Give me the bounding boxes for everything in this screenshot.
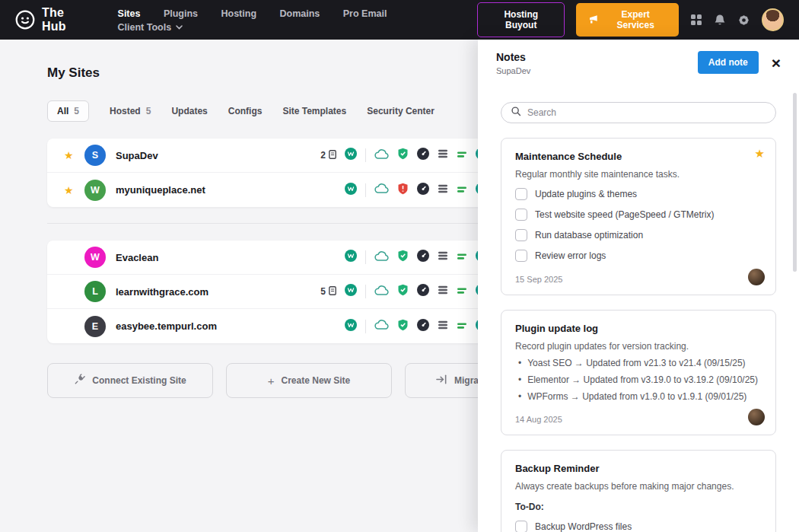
connect-existing-site-label: Connect Existing Site: [92, 375, 186, 386]
analytics-bars-icon[interactable]: [457, 250, 467, 264]
checkbox[interactable]: [515, 229, 527, 241]
hub-logo[interactable]: The Hub: [15, 6, 90, 33]
site-status-icons: [315, 183, 488, 198]
nav-item-client-tools[interactable]: Client Tools: [118, 22, 183, 33]
checklist-item: Backup WordPress files: [515, 521, 762, 532]
hosting-cloud-icon[interactable]: [374, 148, 389, 163]
note-card-backup-reminder[interactable]: Backup Reminder Always create backups be…: [501, 450, 776, 532]
expert-services-label: Expert Services: [603, 9, 667, 30]
tab-site-templates[interactable]: Site Templates: [282, 101, 346, 121]
megaphone-icon: [587, 14, 598, 25]
performance-icon[interactable]: [417, 319, 429, 334]
checklist-label: Backup WordPress files: [535, 521, 632, 532]
seo-stack-icon[interactable]: [438, 148, 448, 162]
note-author-avatar: [748, 269, 765, 285]
icon-divider: [365, 183, 366, 197]
favorite-star-icon[interactable]: ★: [64, 149, 84, 161]
nav-item-sites[interactable]: Sites: [118, 8, 141, 19]
updates-count: 5: [320, 286, 326, 297]
tab-hosted[interactable]: Hosted 5: [110, 101, 151, 121]
security-shield-icon[interactable]: [397, 319, 409, 334]
seo-stack-icon[interactable]: [438, 250, 448, 264]
hosting-cloud-icon[interactable]: [374, 319, 389, 333]
performance-icon[interactable]: [417, 148, 429, 163]
checkbox[interactable]: [515, 188, 527, 200]
checkbox[interactable]: [515, 521, 527, 532]
performance-icon[interactable]: [417, 250, 429, 265]
plug-icon: [74, 374, 85, 387]
checklist-item: Run database optimization: [515, 229, 762, 241]
note-card-maintenance-schedule[interactable]: Maintenance Schedule ★ Regular monthly s…: [501, 138, 776, 295]
nav-item-plugins[interactable]: Plugins: [164, 8, 198, 19]
seo-stack-icon[interactable]: [438, 183, 448, 197]
bullet-dot: •: [518, 374, 521, 385]
tab-all-count: 5: [74, 106, 79, 116]
nav-item-domains[interactable]: Domains: [279, 8, 320, 19]
hosting-cloud-icon[interactable]: [374, 183, 389, 197]
create-new-site-button[interactable]: + Create New Site: [226, 363, 392, 398]
hosting-cloud-icon[interactable]: [374, 250, 389, 265]
analytics-bars-icon[interactable]: [457, 320, 467, 333]
site-avatar: W: [84, 247, 106, 268]
site-status-icons: 2: [315, 148, 488, 163]
nav-item-client-tools-label: Client Tools: [118, 22, 172, 33]
performance-icon[interactable]: [417, 284, 429, 299]
bell-icon[interactable]: [714, 14, 726, 27]
close-icon[interactable]: ×: [772, 55, 781, 71]
wpmudev-status-icon[interactable]: [345, 148, 357, 163]
wpmudev-status-icon[interactable]: [345, 250, 357, 265]
top-navbar: The Hub Sites Plugins Hosting Domains Pr…: [0, 0, 799, 40]
note-title: Plugin update log: [515, 323, 762, 334]
site-name[interactable]: myuniqueplace.net: [116, 184, 205, 196]
security-shield-icon[interactable]: [397, 250, 409, 265]
tab-configs[interactable]: Configs: [228, 101, 263, 121]
tab-updates[interactable]: Updates: [171, 101, 207, 121]
security-shield-icon[interactable]: [397, 284, 409, 299]
tab-all-label: All: [57, 106, 68, 116]
hosting-cloud-icon[interactable]: [374, 285, 389, 299]
checklist-item: Update plugins & themes: [515, 188, 762, 200]
add-note-button[interactable]: Add note: [698, 51, 759, 74]
tab-all[interactable]: All 5: [47, 100, 89, 122]
wpmudev-status-icon[interactable]: [345, 183, 357, 198]
seo-stack-icon[interactable]: [438, 320, 448, 333]
connect-existing-site-button[interactable]: Connect Existing Site: [47, 363, 213, 398]
site-name[interactable]: easybee.tempurl.com: [116, 320, 217, 332]
favorite-star-icon[interactable]: ★: [64, 184, 84, 196]
security-shield-icon[interactable]: [397, 148, 409, 163]
nav-item-pro-email[interactable]: Pro Email: [343, 8, 387, 19]
nav-item-hosting[interactable]: Hosting: [221, 8, 257, 19]
site-name[interactable]: learnwithgrace.com: [116, 286, 209, 298]
navbar-actions: Hosting Buyout Expert Services: [477, 2, 784, 37]
tab-security-center[interactable]: Security Center: [367, 101, 435, 121]
expert-services-button[interactable]: Expert Services: [576, 3, 679, 37]
search-input[interactable]: [527, 107, 766, 118]
notes-panel: Notes SupaDev Add note × Maintenance Sch…: [478, 40, 799, 532]
site-avatar: E: [84, 316, 106, 337]
site-avatar: L: [84, 281, 106, 302]
note-star-icon[interactable]: ★: [755, 147, 765, 161]
hosting-buyout-button[interactable]: Hosting Buyout: [477, 2, 565, 37]
bullet-dot: •: [518, 391, 521, 402]
wpmudev-status-icon[interactable]: [345, 284, 357, 299]
tab-hosted-label: Hosted: [110, 106, 141, 116]
site-name[interactable]: SupaDev: [116, 150, 158, 161]
security-shield-icon[interactable]: [397, 183, 409, 198]
note-card-plugin-update-log[interactable]: Plugin update log Record plugin updates …: [501, 310, 776, 435]
apps-grid-icon[interactable]: [690, 14, 702, 26]
icon-divider: [365, 148, 366, 162]
checkbox[interactable]: [515, 209, 527, 221]
gear-icon[interactable]: [737, 14, 750, 27]
primary-nav: Sites Plugins Hosting Domains Pro Email …: [108, 6, 475, 33]
analytics-bars-icon[interactable]: [457, 285, 467, 298]
site-name[interactable]: Evaclean: [116, 252, 158, 263]
analytics-bars-icon[interactable]: [457, 183, 467, 197]
panel-scrollbar[interactable]: [793, 93, 797, 272]
user-avatar[interactable]: [762, 8, 784, 31]
seo-stack-icon[interactable]: [438, 285, 448, 298]
checklist-item: Review error logs: [515, 250, 762, 262]
wpmudev-status-icon[interactable]: [345, 319, 357, 334]
analytics-bars-icon[interactable]: [457, 148, 467, 162]
performance-icon[interactable]: [417, 183, 429, 198]
checkbox[interactable]: [515, 250, 527, 262]
